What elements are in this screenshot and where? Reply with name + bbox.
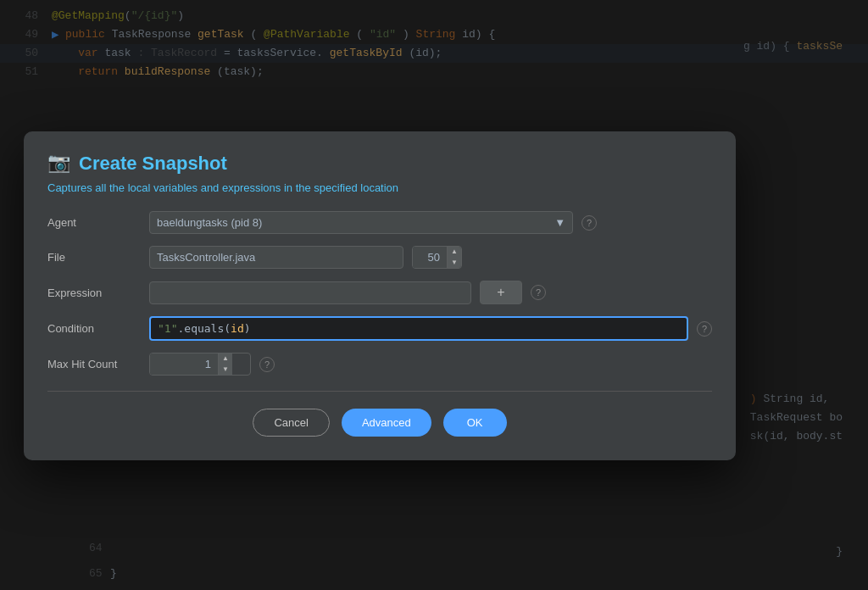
max-hit-count-input[interactable] (150, 353, 218, 375)
file-line-spinner: ▲ ▼ (412, 246, 462, 269)
condition-row: Condition "1".equals(id) ? (47, 316, 712, 341)
file-row: File ▲ ▼ (47, 246, 712, 269)
condition-var-part: id (231, 322, 244, 335)
ok-button[interactable]: OK (443, 409, 507, 437)
file-label: File (47, 251, 141, 264)
condition-display[interactable]: "1".equals(id) (149, 316, 688, 341)
max-hit-count-up-button[interactable]: ▲ (219, 353, 232, 365)
condition-dot-part: .equals( (177, 322, 231, 335)
expression-add-button[interactable]: + (480, 281, 522, 304)
condition-help-icon[interactable]: ? (697, 321, 712, 337)
condition-close-part: ) (244, 322, 251, 335)
camera-icon: 📷 (47, 152, 70, 175)
condition-label: Condition (47, 322, 141, 335)
dropdown-arrow-icon: ▼ (554, 216, 565, 229)
condition-string-part: "1" (158, 322, 177, 335)
agent-row: Agent baeldungtasks (pid 8) ▼ ? (47, 211, 712, 234)
max-hit-count-row: Max Hit Count ▲ ▼ ? (47, 353, 712, 376)
max-hit-count-spinner: ▲ ▼ (149, 353, 251, 376)
advanced-button[interactable]: Advanced (342, 409, 431, 437)
agent-label: Agent (47, 216, 141, 229)
expression-input[interactable] (149, 281, 471, 304)
max-hit-count-help-icon[interactable]: ? (259, 357, 275, 372)
dialog-footer: Cancel Advanced OK (47, 409, 712, 437)
file-inputs: ▲ ▼ (149, 246, 712, 269)
cancel-button[interactable]: Cancel (253, 409, 329, 437)
dialog-divider (47, 391, 712, 392)
expression-label: Expression (47, 287, 141, 299)
expression-row: Expression + ? (47, 281, 712, 304)
file-line-up-button[interactable]: ▲ (448, 247, 461, 258)
agent-dropdown[interactable]: baeldungtasks (pid 8) ▼ (149, 211, 573, 234)
agent-help-icon[interactable]: ? (581, 215, 597, 231)
dialog-header: 📷 Create Snapshot (47, 152, 712, 175)
file-line-down-button[interactable]: ▼ (448, 258, 461, 269)
dialog-subtitle: Captures all the local variables and exp… (47, 181, 712, 194)
file-line-spinner-buttons: ▲ ▼ (447, 247, 461, 268)
file-line-input[interactable] (413, 247, 447, 268)
max-hit-count-spinner-buttons: ▲ ▼ (218, 353, 232, 375)
expression-help-icon[interactable]: ? (531, 285, 546, 300)
dialog-title: Create Snapshot (79, 153, 227, 175)
create-snapshot-dialog: 📷 Create Snapshot Captures all the local… (24, 131, 736, 460)
file-input[interactable] (149, 246, 403, 269)
agent-value: baeldungtasks (pid 8) (157, 216, 262, 229)
max-hit-count-label: Max Hit Count (47, 358, 141, 370)
max-hit-count-down-button[interactable]: ▼ (219, 365, 232, 376)
